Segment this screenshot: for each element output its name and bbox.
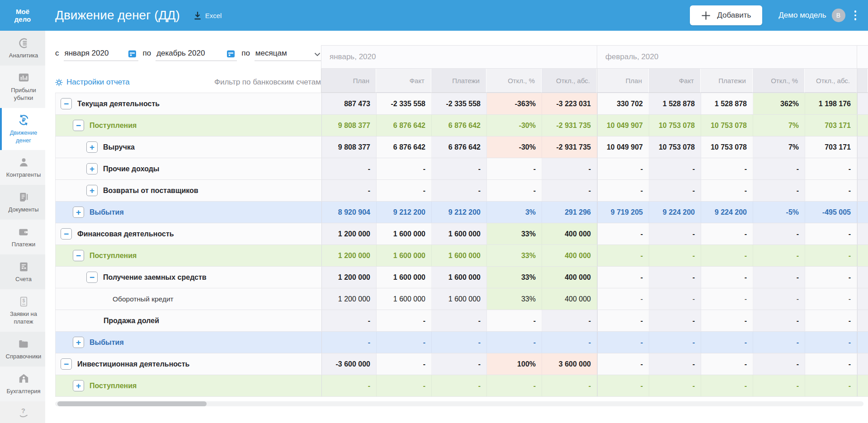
cell: 703 171 <box>805 115 857 136</box>
row-label-cell[interactable]: +Возвраты от поставщиков <box>56 180 321 201</box>
sidebar-item-accounting[interactable]: Бухгалтерия <box>0 367 45 401</box>
cell: - <box>542 180 597 201</box>
cell: - <box>542 310 597 331</box>
cell-partial <box>857 353 868 375</box>
cell: 1 600 000 <box>432 245 487 266</box>
column-header: Откл., % <box>753 69 805 93</box>
collapse-toggle-icon[interactable]: − <box>86 272 98 283</box>
cell: - <box>321 310 377 331</box>
sidebar-item-cashflow[interactable]: ₽Движение денег <box>0 108 45 150</box>
analytics-icon <box>18 37 30 49</box>
add-button[interactable]: Добавить <box>690 5 762 25</box>
cell: 1 200 000 <box>321 288 377 310</box>
cell: 6 876 642 <box>432 136 487 158</box>
collapse-toggle-icon[interactable]: − <box>61 228 72 240</box>
cell: - <box>597 158 649 179</box>
cell: - <box>701 245 753 266</box>
cell: 9 212 200 <box>377 202 432 223</box>
row-label-cell[interactable]: Оборотный кредит <box>56 288 321 310</box>
sidebar-item-profit-loss[interactable]: Прибыли убытки <box>0 66 45 108</box>
row-label: Продажа долей <box>104 317 159 325</box>
sidebar-item-directories[interactable]: Справочники <box>0 332 45 367</box>
cell: - <box>597 245 649 266</box>
period-select[interactable]: месяцам <box>255 46 322 61</box>
collapse-toggle-icon[interactable]: − <box>61 98 72 109</box>
expand-toggle-icon[interactable]: + <box>73 337 84 348</box>
date-from-input[interactable]: января 2020 <box>64 46 138 61</box>
sidebar-item-education[interactable]: ?Обучение <box>0 401 45 423</box>
row-label-cell[interactable]: −Поступления <box>56 245 321 266</box>
cell: - <box>487 180 542 201</box>
row-label-cell[interactable]: −Инвестиционная деятельность <box>56 353 321 375</box>
sidebar-item-contractors[interactable]: Контрагенты <box>0 150 45 185</box>
date-to-input[interactable]: декабрь 2020 <box>156 46 237 61</box>
collapse-toggle-icon[interactable]: − <box>61 358 72 370</box>
profit-loss-icon <box>18 71 30 84</box>
report-settings-button[interactable]: Настройки отчета <box>55 78 130 87</box>
calendar-icon[interactable] <box>128 49 137 58</box>
cell: 1 600 000 <box>377 223 432 244</box>
cell: 362% <box>753 93 805 114</box>
row-label: Выбытия <box>90 208 124 216</box>
sidebar: АналитикаПрибыли убытки₽Движение денегКо… <box>0 31 45 423</box>
sidebar-item-invoices[interactable]: Счета <box>0 254 45 289</box>
row-label-cell[interactable]: +Прочие доходы <box>56 158 321 179</box>
cell: - <box>432 158 487 179</box>
top-bar: Моё дело Движение денег (ДД) Excel Добав… <box>0 0 868 31</box>
cell: - <box>487 310 542 331</box>
row-label-cell[interactable]: −Поступления <box>56 115 321 136</box>
horizontal-scrollbar[interactable] <box>55 401 863 406</box>
cell: 33% <box>487 288 542 310</box>
row-label: Возвраты от поставщиков <box>103 187 198 195</box>
row-label-cell[interactable]: +Выбытия <box>56 202 321 223</box>
sidebar-item-payments[interactable]: Платежи <box>0 220 45 254</box>
row-label-cell[interactable]: +Выручка <box>56 136 321 158</box>
cell: - <box>321 332 377 353</box>
sidebar-item-payment-request[interactable]: $Заявки на платеж <box>0 289 45 332</box>
row-label-cell[interactable]: +Выбытия <box>56 332 321 353</box>
app-logo[interactable]: Моё дело <box>0 8 45 24</box>
cell: - <box>432 332 487 353</box>
bank-accounts-filter-button[interactable]: Фильтр по банковским счетам <box>214 78 321 87</box>
row-label-cell[interactable]: +Поступления <box>56 375 321 396</box>
expand-toggle-icon[interactable]: + <box>86 141 98 153</box>
cell: 9 719 205 <box>597 202 649 223</box>
expand-toggle-icon[interactable]: + <box>86 163 98 174</box>
sidebar-item-label: Документы <box>8 206 38 214</box>
table-row: +Выбытия8 920 9049 212 2009 212 2003%291… <box>55 202 868 223</box>
expand-toggle-icon[interactable]: + <box>86 185 98 196</box>
sidebar-item-analytics[interactable]: Аналитика <box>0 31 45 66</box>
plus-icon <box>701 11 711 20</box>
cell: - <box>542 332 597 353</box>
cell: - <box>753 375 805 396</box>
cell: - <box>701 332 753 353</box>
expand-toggle-icon[interactable]: + <box>73 207 84 218</box>
month-header-partial <box>857 45 868 69</box>
directories-icon <box>18 338 30 350</box>
cell: 1 600 000 <box>432 223 487 244</box>
row-label-cell[interactable]: −Текущая деятельность <box>56 93 321 114</box>
excel-export-button[interactable]: Excel <box>193 11 222 20</box>
sidebar-item-documents[interactable]: Документы <box>0 185 45 220</box>
collapse-toggle-icon[interactable]: − <box>73 120 84 131</box>
cell: - <box>377 353 432 375</box>
calendar-icon[interactable] <box>226 49 235 58</box>
cell: - <box>597 223 649 244</box>
kebab-menu-icon[interactable] <box>854 10 857 20</box>
account-menu[interactable]: Демо модель В <box>778 9 845 22</box>
row-label-cell[interactable]: −Получение заемных средств <box>56 267 321 288</box>
expand-toggle-icon[interactable]: + <box>73 380 84 391</box>
cell: -2 931 735 <box>542 115 597 136</box>
cell: 9 808 377 <box>321 115 377 136</box>
scrollbar-thumb[interactable] <box>57 401 207 406</box>
collapse-toggle-icon[interactable]: − <box>73 250 84 261</box>
row-label-cell[interactable]: Продажа долей <box>56 310 321 331</box>
table-row: −Поступления9 808 3776 876 6426 876 642-… <box>55 115 868 136</box>
row-label-cell[interactable]: −Финансовая деятельность <box>56 223 321 244</box>
cell: - <box>805 180 857 201</box>
cell-partial <box>857 202 868 223</box>
cell: - <box>701 158 753 179</box>
cell: -30% <box>487 136 542 158</box>
cell: 400 000 <box>542 288 597 310</box>
avatar[interactable]: В <box>832 9 845 22</box>
